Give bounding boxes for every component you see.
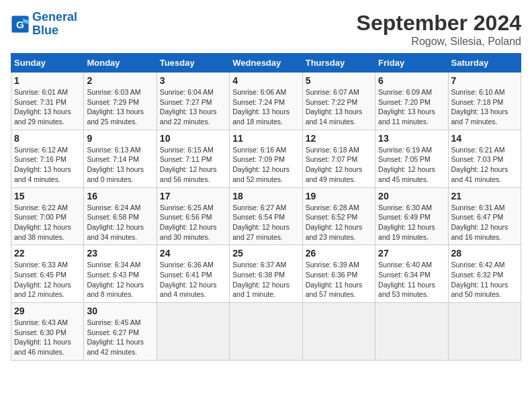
day-number: 9 — [87, 133, 153, 144]
calendar-cell: 3Sunrise: 6:04 AM Sunset: 7:27 PM Daylig… — [157, 73, 229, 130]
calendar-week-row: 22Sunrise: 6:33 AM Sunset: 6:45 PM Dayli… — [11, 245, 521, 303]
calendar-cell: 30Sunrise: 6:45 AM Sunset: 6:27 PM Dayli… — [84, 303, 157, 361]
calendar-week-row: 15Sunrise: 6:22 AM Sunset: 7:00 PM Dayli… — [11, 187, 521, 245]
calendar-cell: 1Sunrise: 6:01 AM Sunset: 7:31 PM Daylig… — [11, 73, 84, 130]
calendar-cell: 9Sunrise: 6:13 AM Sunset: 7:14 PM Daylig… — [84, 130, 157, 187]
col-header-thursday: Thursday — [302, 54, 375, 73]
day-number: 21 — [451, 191, 518, 201]
day-info: Sunrise: 6:34 AM Sunset: 6:43 PM Dayligh… — [87, 260, 153, 300]
day-number: 2 — [87, 75, 153, 86]
calendar-cell: 14Sunrise: 6:21 AM Sunset: 7:03 PM Dayli… — [448, 130, 521, 187]
col-header-sunday: Sunday — [11, 54, 84, 73]
col-header-friday: Friday — [375, 54, 448, 73]
day-info: Sunrise: 6:04 AM Sunset: 7:27 PM Dayligh… — [160, 87, 226, 127]
col-header-saturday: Saturday — [448, 54, 521, 73]
day-number: 23 — [87, 248, 153, 259]
calendar-week-row: 29Sunrise: 6:43 AM Sunset: 6:30 PM Dayli… — [11, 303, 521, 361]
day-number: 18 — [232, 191, 299, 201]
calendar-header-row: SundayMondayTuesdayWednesdayThursdayFrid… — [11, 54, 521, 73]
day-info: Sunrise: 6:43 AM Sunset: 6:30 PM Dayligh… — [14, 318, 81, 357]
day-number: 22 — [14, 248, 81, 259]
day-info: Sunrise: 6:21 AM Sunset: 7:03 PM Dayligh… — [451, 145, 518, 185]
day-info: Sunrise: 6:37 AM Sunset: 6:38 PM Dayligh… — [232, 260, 299, 300]
day-number: 29 — [14, 306, 81, 316]
calendar-cell: 27Sunrise: 6:40 AM Sunset: 6:34 PM Dayli… — [375, 245, 448, 303]
day-info: Sunrise: 6:40 AM Sunset: 6:34 PM Dayligh… — [378, 260, 445, 300]
title-block: September 2024 Rogow, Silesia, Poland — [357, 11, 521, 48]
day-info: Sunrise: 6:39 AM Sunset: 6:36 PM Dayligh… — [306, 260, 372, 300]
calendar-cell: 25Sunrise: 6:37 AM Sunset: 6:38 PM Dayli… — [230, 245, 302, 303]
calendar-cell: 11Sunrise: 6:16 AM Sunset: 7:09 PM Dayli… — [230, 130, 302, 187]
logo-icon: G — [11, 15, 30, 34]
day-number: 8 — [14, 133, 81, 144]
day-info: Sunrise: 6:15 AM Sunset: 7:11 PM Dayligh… — [160, 145, 226, 185]
day-info: Sunrise: 6:12 AM Sunset: 7:16 PM Dayligh… — [14, 145, 81, 185]
day-number: 5 — [306, 75, 372, 86]
col-header-monday: Monday — [84, 54, 157, 73]
calendar-cell: 20Sunrise: 6:30 AM Sunset: 6:49 PM Dayli… — [375, 187, 448, 245]
calendar-cell: 24Sunrise: 6:36 AM Sunset: 6:41 PM Dayli… — [157, 245, 229, 303]
calendar-cell: 12Sunrise: 6:18 AM Sunset: 7:07 PM Dayli… — [302, 130, 375, 187]
day-number: 28 — [451, 248, 518, 259]
day-number: 27 — [378, 248, 445, 259]
day-info: Sunrise: 6:13 AM Sunset: 7:14 PM Dayligh… — [87, 145, 153, 185]
calendar-cell — [157, 303, 229, 361]
day-number: 12 — [306, 133, 372, 144]
day-number: 1 — [14, 75, 81, 86]
calendar-cell: 6Sunrise: 6:09 AM Sunset: 7:20 PM Daylig… — [375, 73, 448, 130]
page-title: September 2024 — [357, 11, 521, 36]
calendar-week-row: 1Sunrise: 6:01 AM Sunset: 7:31 PM Daylig… — [11, 73, 521, 130]
calendar-cell: 22Sunrise: 6:33 AM Sunset: 6:45 PM Dayli… — [11, 245, 84, 303]
logo-text: General Blue — [32, 11, 77, 38]
day-info: Sunrise: 6:09 AM Sunset: 7:20 PM Dayligh… — [378, 87, 445, 127]
calendar-week-row: 8Sunrise: 6:12 AM Sunset: 7:16 PM Daylig… — [11, 130, 521, 187]
day-info: Sunrise: 6:19 AM Sunset: 7:05 PM Dayligh… — [378, 145, 445, 185]
col-header-tuesday: Tuesday — [157, 54, 229, 73]
calendar-cell — [302, 303, 375, 361]
day-info: Sunrise: 6:36 AM Sunset: 6:41 PM Dayligh… — [160, 260, 226, 300]
day-number: 11 — [232, 133, 299, 144]
calendar-cell: 18Sunrise: 6:27 AM Sunset: 6:54 PM Dayli… — [230, 187, 302, 245]
day-info: Sunrise: 6:25 AM Sunset: 6:56 PM Dayligh… — [160, 203, 226, 242]
day-number: 16 — [87, 191, 153, 201]
day-number: 25 — [232, 248, 299, 259]
calendar-cell: 16Sunrise: 6:24 AM Sunset: 6:58 PM Dayli… — [84, 187, 157, 245]
day-number: 4 — [232, 75, 299, 86]
day-number: 6 — [378, 75, 445, 86]
calendar-cell — [230, 303, 302, 361]
day-info: Sunrise: 6:30 AM Sunset: 6:49 PM Dayligh… — [378, 203, 445, 242]
calendar-cell: 15Sunrise: 6:22 AM Sunset: 7:00 PM Dayli… — [11, 187, 84, 245]
day-info: Sunrise: 6:16 AM Sunset: 7:09 PM Dayligh… — [232, 145, 299, 185]
day-info: Sunrise: 6:03 AM Sunset: 7:29 PM Dayligh… — [87, 87, 153, 127]
day-number: 15 — [14, 191, 81, 201]
calendar-cell: 26Sunrise: 6:39 AM Sunset: 6:36 PM Dayli… — [302, 245, 375, 303]
calendar-cell — [448, 303, 521, 361]
day-number: 7 — [451, 75, 518, 86]
day-info: Sunrise: 6:28 AM Sunset: 6:52 PM Dayligh… — [306, 203, 372, 242]
day-info: Sunrise: 6:06 AM Sunset: 7:24 PM Dayligh… — [232, 87, 299, 127]
day-number: 19 — [306, 191, 372, 201]
page-header: G General Blue September 2024 Rogow, Sil… — [11, 11, 521, 48]
day-number: 26 — [306, 248, 372, 259]
calendar-cell: 2Sunrise: 6:03 AM Sunset: 7:29 PM Daylig… — [84, 73, 157, 130]
col-header-wednesday: Wednesday — [230, 54, 302, 73]
day-info: Sunrise: 6:27 AM Sunset: 6:54 PM Dayligh… — [232, 203, 299, 242]
day-number: 24 — [160, 248, 226, 259]
calendar-cell: 7Sunrise: 6:10 AM Sunset: 7:18 PM Daylig… — [448, 73, 521, 130]
day-info: Sunrise: 6:42 AM Sunset: 6:32 PM Dayligh… — [451, 260, 518, 300]
calendar-cell: 17Sunrise: 6:25 AM Sunset: 6:56 PM Dayli… — [157, 187, 229, 245]
logo: G General Blue — [11, 11, 77, 38]
calendar-cell: 4Sunrise: 6:06 AM Sunset: 7:24 PM Daylig… — [230, 73, 302, 130]
calendar-cell: 29Sunrise: 6:43 AM Sunset: 6:30 PM Dayli… — [11, 303, 84, 361]
day-info: Sunrise: 6:07 AM Sunset: 7:22 PM Dayligh… — [306, 87, 372, 127]
calendar-cell: 19Sunrise: 6:28 AM Sunset: 6:52 PM Dayli… — [302, 187, 375, 245]
calendar-cell: 13Sunrise: 6:19 AM Sunset: 7:05 PM Dayli… — [375, 130, 448, 187]
calendar-cell: 28Sunrise: 6:42 AM Sunset: 6:32 PM Dayli… — [448, 245, 521, 303]
day-number: 30 — [87, 306, 153, 316]
day-info: Sunrise: 6:22 AM Sunset: 7:00 PM Dayligh… — [14, 203, 81, 242]
calendar-cell: 5Sunrise: 6:07 AM Sunset: 7:22 PM Daylig… — [302, 73, 375, 130]
page-subtitle: Rogow, Silesia, Poland — [357, 36, 521, 48]
calendar-cell: 8Sunrise: 6:12 AM Sunset: 7:16 PM Daylig… — [11, 130, 84, 187]
calendar-table: SundayMondayTuesdayWednesdayThursdayFrid… — [11, 53, 521, 361]
day-number: 3 — [160, 75, 226, 86]
